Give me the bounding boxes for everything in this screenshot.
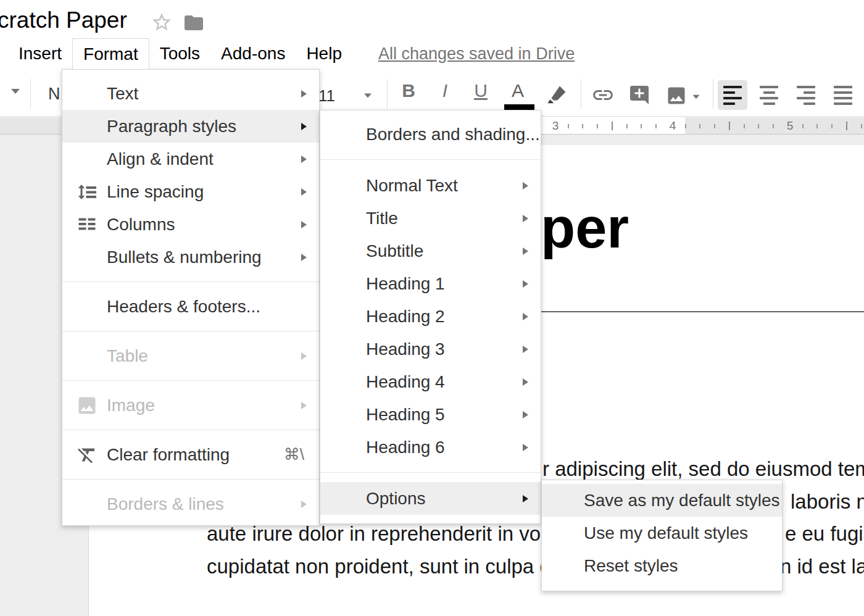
submenu-arrow-icon	[523, 202, 528, 235]
submenu-arrow-icon	[301, 143, 307, 175]
menu-item-reset-styles[interactable]: Reset styles	[542, 549, 782, 582]
add-comment-button[interactable]	[628, 84, 650, 109]
highlight-button[interactable]	[546, 83, 569, 109]
menu-item-label: Heading 6	[366, 438, 445, 457]
submenu-arrow-icon	[523, 431, 528, 464]
menu-item-label: Clear formatting	[107, 445, 230, 465]
submenu-arrow-icon	[523, 169, 528, 202]
font-size-caret-icon[interactable]	[364, 94, 372, 98]
submenu-arrow-icon	[301, 175, 307, 208]
shortcut-label: ⌘\	[284, 445, 304, 464]
move-to-folder-button[interactable]	[183, 12, 205, 34]
submenu-arrow-icon	[301, 241, 307, 273]
menu-item-subtitle[interactable]: Subtitle	[320, 235, 541, 267]
justify-button[interactable]	[828, 80, 858, 110]
menu-item-options[interactable]: Options	[320, 482, 541, 515]
submenu-arrow-icon	[301, 339, 307, 372]
menubar-item-help[interactable]: Help	[296, 40, 352, 67]
submenu-arrow-icon	[301, 110, 307, 143]
image-options-caret-icon[interactable]	[692, 95, 699, 99]
toolbar-separator	[387, 79, 388, 109]
submenu-arrow-icon	[301, 488, 307, 520]
menu-item-label: Heading 5	[366, 405, 445, 425]
menu-item-label: Bullets & numbering	[107, 248, 262, 267]
ruler-inch-mark: 4	[666, 119, 680, 133]
menu-item-label: Heading 3	[366, 339, 445, 359]
submenu-arrow-icon	[523, 333, 528, 365]
menu-item-heading-1[interactable]: Heading 1	[320, 267, 541, 300]
menubar-item-format[interactable]: Format	[72, 38, 149, 69]
submenu-arrow-icon	[523, 398, 528, 431]
menu-item-align-indent[interactable]: Align & indent	[62, 143, 319, 175]
bold-button[interactable]: B	[395, 80, 422, 101]
menubar-item-tools[interactable]: Tools	[149, 40, 210, 67]
menubar-item-add-ons[interactable]: Add-ons	[210, 40, 296, 67]
menu-item-columns[interactable]: Columns	[62, 208, 319, 241]
submenu-arrow-icon	[301, 208, 307, 241]
font-size-input[interactable]: 11	[318, 86, 335, 106]
styles-dropdown[interactable]: N	[48, 85, 60, 104]
insert-image-button[interactable]	[665, 85, 687, 109]
menu-item-label: Options	[366, 489, 426, 509]
menu-item-shortcut: ⌘\	[284, 438, 307, 471]
menu-item-label: Headers & footers...	[107, 297, 260, 317]
menu-item-label: Normal Text	[366, 176, 458, 196]
save-status-link[interactable]: All changes saved in Drive	[378, 44, 575, 64]
menu-item-paragraph-styles[interactable]: Paragraph styles	[62, 110, 319, 143]
menu-item-bullets-numbering[interactable]: Bullets & numbering	[62, 241, 319, 273]
menu-item-normal-text[interactable]: Normal Text	[320, 169, 541, 202]
menu-item-label: Text	[107, 84, 138, 104]
menu-item-label: Heading 4	[366, 372, 445, 392]
styles-dropdown-caret-icon[interactable]	[11, 89, 20, 94]
align-center-button[interactable]	[754, 80, 784, 110]
menubar-item-insert[interactable]: Insert	[8, 40, 72, 67]
menu-separator	[62, 380, 319, 381]
menu-item-title[interactable]: Title	[320, 202, 541, 235]
menu-item-use-my-default-styles[interactable]: Use my default styles	[542, 517, 782, 549]
menu-item-heading-3[interactable]: Heading 3	[320, 333, 541, 365]
menu-item-clear-formatting[interactable]: Clear formatting⌘\	[62, 438, 319, 471]
text-color-button[interactable]: A	[504, 80, 531, 101]
line-spacing-icon	[76, 181, 98, 203]
document-title[interactable]: cratch Paper	[0, 7, 127, 33]
align-left-button[interactable]	[718, 80, 747, 110]
menu-separator	[320, 159, 541, 160]
menu-item-label: Borders & lines	[107, 494, 224, 514]
menu-item-label: Paragraph styles	[107, 117, 236, 136]
menu-item-table: Table	[62, 339, 319, 372]
align-right-button[interactable]	[791, 80, 821, 110]
link-icon	[591, 83, 615, 107]
menu-item-heading-5[interactable]: Heading 5	[320, 398, 541, 431]
submenu-arrow-icon	[523, 482, 528, 515]
menu-item-borders-lines: Borders & lines	[62, 488, 319, 520]
menu-separator	[62, 479, 319, 480]
submenu-arrow-icon	[523, 365, 528, 398]
menu-item-heading-6[interactable]: Heading 6	[320, 431, 541, 464]
submenu-arrow-icon	[523, 300, 528, 333]
toolbar-separator	[581, 79, 581, 109]
menu-item-label: Use my default styles	[584, 523, 748, 543]
menu-item-label: Table	[107, 346, 148, 366]
menu-item-line-spacing[interactable]: Line spacing	[62, 175, 319, 208]
menu-item-label: Subtitle	[366, 241, 423, 261]
menu-item-save-as-my-default-styles[interactable]: Save as my default styles	[542, 484, 782, 517]
menu-item-heading-4[interactable]: Heading 4	[320, 365, 541, 398]
menu-item-label: Borders and shading...	[366, 125, 540, 144]
menu-item-label: Save as my default styles	[584, 491, 779, 510]
star-button[interactable]	[151, 11, 173, 33]
menu-item-label: Heading 2	[366, 307, 445, 327]
menu-item-heading-2[interactable]: Heading 2	[320, 300, 541, 333]
menu-item-label: Line spacing	[107, 182, 204, 202]
submenu-arrow-icon	[523, 235, 528, 267]
menu-separator	[62, 331, 319, 331]
underline-button[interactable]: U	[467, 80, 494, 101]
menu-item-text[interactable]: Text	[62, 77, 319, 110]
format-menu: TextParagraph stylesAlign & indentLine s…	[62, 69, 320, 526]
star-outline-icon	[151, 11, 173, 33]
italic-button[interactable]: I	[431, 80, 459, 101]
menu-item-borders-and-shading[interactable]: Borders and shading...	[320, 118, 541, 151]
menu-item-headers-footers[interactable]: Headers & footers...	[62, 290, 319, 323]
submenu-arrow-icon	[523, 267, 528, 300]
menu-item-label: Columns	[107, 215, 175, 235]
insert-link-button[interactable]	[591, 83, 615, 109]
